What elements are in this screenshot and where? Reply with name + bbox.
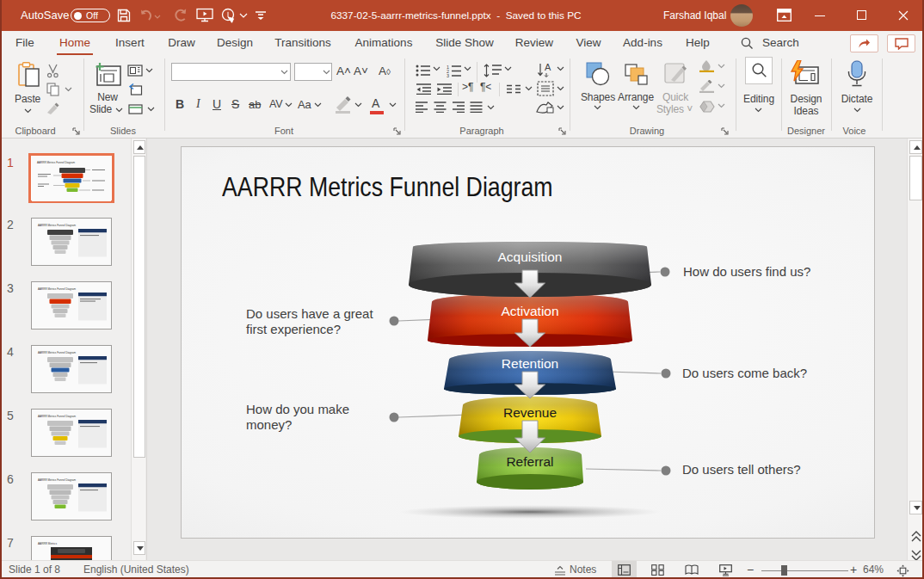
svg-text:AARRR Metrics Funnel Diagram: AARRR Metrics Funnel Diagram <box>38 350 77 354</box>
svg-text:3: 3 <box>447 73 449 77</box>
svg-text:A: A <box>545 62 551 72</box>
svg-text:Do users tell others?: Do users tell others? <box>682 462 801 477</box>
svg-text:Acquisition: Acquisition <box>498 249 563 264</box>
svg-text:Do users have a great: Do users have a great <box>246 306 373 321</box>
svg-text:AARRR Metrics Funnel Diagram: AARRR Metrics Funnel Diagram <box>38 477 77 482</box>
svg-text:Referral: Referral <box>506 454 553 469</box>
svg-text:AARRR Metrics: AARRR Metrics <box>38 541 57 545</box>
svg-text:AARRR Metrics Funnel Diagram: AARRR Metrics Funnel Diagram <box>38 223 77 227</box>
svg-text:AARRR Metrics Funnel Diagram: AARRR Metrics Funnel Diagram <box>38 286 77 291</box>
svg-text:How do you make: How do you make <box>246 402 349 416</box>
svg-text:AARRR Metrics Funnel Diagram: AARRR Metrics Funnel Diagram <box>38 414 77 418</box>
svg-text:Activation: Activation <box>501 304 558 318</box>
svg-text:money?: money? <box>246 417 292 432</box>
svg-text:Do users come back?: Do users come back? <box>682 366 807 380</box>
svg-text:first experience?: first experience? <box>246 322 341 336</box>
svg-text:Retention: Retention <box>502 356 558 371</box>
svg-text:AARRR Metrics Funnel Diagram: AARRR Metrics Funnel Diagram <box>37 160 76 164</box>
svg-text:How do users find us?: How do users find us? <box>683 264 810 279</box>
svg-text:Revenue: Revenue <box>503 405 557 420</box>
